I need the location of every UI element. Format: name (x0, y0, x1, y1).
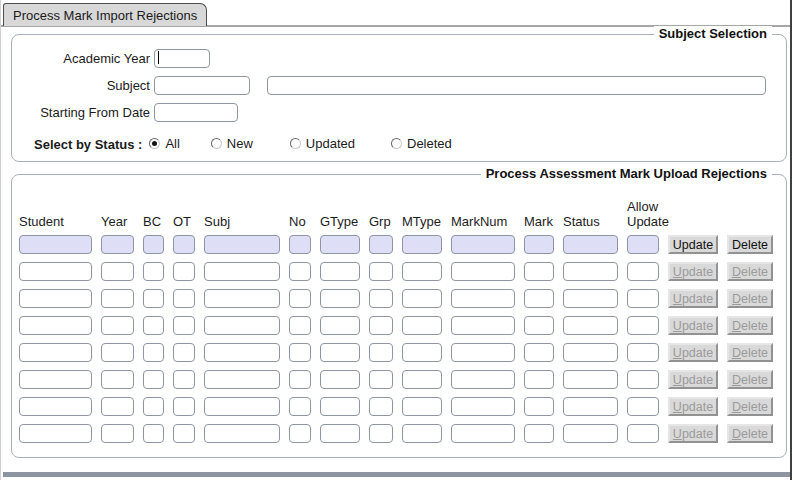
cell-bc-input[interactable] (143, 235, 164, 254)
update-button[interactable]: Update (668, 343, 718, 362)
cell-grp-input[interactable] (369, 262, 393, 281)
delete-button[interactable]: Delete (727, 343, 773, 362)
cell-status-input[interactable] (563, 343, 618, 362)
subject-description-input[interactable] (267, 76, 766, 95)
cell-mtype-input[interactable] (402, 343, 442, 362)
cell-allow-update-input[interactable] (627, 370, 659, 389)
cell-subj-input[interactable] (204, 397, 280, 416)
cell-grp-input[interactable] (369, 424, 393, 443)
cell-no-input[interactable] (289, 289, 311, 308)
cell-mark-input[interactable] (524, 370, 554, 389)
cell-gtype-input[interactable] (320, 235, 360, 254)
cell-year-input[interactable] (101, 316, 134, 335)
cell-year-input[interactable] (101, 343, 134, 362)
cell-year-input[interactable] (101, 370, 134, 389)
tab-process-mark-import-rejections[interactable]: Process Mark Import Rejections (3, 3, 207, 26)
cell-mark-input[interactable] (524, 289, 554, 308)
cell-year-input[interactable] (101, 424, 134, 443)
cell-no-input[interactable] (289, 316, 311, 335)
cell-gtype-input[interactable] (320, 370, 360, 389)
cell-bc-input[interactable] (143, 316, 164, 335)
update-button[interactable]: Update (668, 370, 718, 389)
cell-year-input[interactable] (101, 262, 134, 281)
cell-mtype-input[interactable] (402, 235, 442, 254)
cell-ot-input[interactable] (173, 316, 195, 335)
cell-ot-input[interactable] (173, 424, 195, 443)
cell-student-input[interactable] (19, 289, 92, 308)
cell-ot-input[interactable] (173, 289, 195, 308)
cell-status-input[interactable] (563, 424, 618, 443)
cell-mtype-input[interactable] (402, 289, 442, 308)
cell-ot-input[interactable] (173, 370, 195, 389)
starting-from-date-input[interactable] (154, 103, 238, 122)
cell-mtype-input[interactable] (402, 397, 442, 416)
cell-no-input[interactable] (289, 235, 311, 254)
cell-no-input[interactable] (289, 424, 311, 443)
cell-bc-input[interactable] (143, 289, 164, 308)
cell-allow-update-input[interactable] (627, 424, 659, 443)
cell-student-input[interactable] (19, 370, 92, 389)
cell-student-input[interactable] (19, 397, 92, 416)
cell-gtype-input[interactable] (320, 289, 360, 308)
cell-allow-update-input[interactable] (627, 316, 659, 335)
cell-allow-update-input[interactable] (627, 235, 659, 254)
cell-bc-input[interactable] (143, 370, 164, 389)
cell-mtype-input[interactable] (402, 316, 442, 335)
cell-grp-input[interactable] (369, 289, 393, 308)
delete-button[interactable]: Delete (727, 397, 773, 416)
cell-no-input[interactable] (289, 262, 311, 281)
delete-button[interactable]: Delete (727, 262, 773, 281)
cell-bc-input[interactable] (143, 397, 164, 416)
cell-subj-input[interactable] (204, 316, 280, 335)
cell-marknum-input[interactable] (451, 397, 515, 416)
cell-student-input[interactable] (19, 316, 92, 335)
cell-grp-input[interactable] (369, 397, 393, 416)
cell-marknum-input[interactable] (451, 316, 515, 335)
cell-allow-update-input[interactable] (627, 397, 659, 416)
delete-button[interactable]: Delete (727, 235, 773, 254)
delete-button[interactable]: Delete (727, 316, 773, 335)
cell-gtype-input[interactable] (320, 343, 360, 362)
update-button[interactable]: Update (668, 235, 718, 254)
cell-grp-input[interactable] (369, 343, 393, 362)
update-button[interactable]: Update (668, 424, 718, 443)
cell-no-input[interactable] (289, 343, 311, 362)
cell-student-input[interactable] (19, 343, 92, 362)
status-radio-deleted[interactable]: Deleted (391, 136, 452, 151)
cell-allow-update-input[interactable] (627, 289, 659, 308)
cell-status-input[interactable] (563, 262, 618, 281)
cell-gtype-input[interactable] (320, 316, 360, 335)
cell-grp-input[interactable] (369, 370, 393, 389)
cell-status-input[interactable] (563, 316, 618, 335)
cell-subj-input[interactable] (204, 289, 280, 308)
status-radio-new[interactable]: New (211, 136, 253, 151)
cell-marknum-input[interactable] (451, 289, 515, 308)
cell-marknum-input[interactable] (451, 343, 515, 362)
cell-student-input[interactable] (19, 424, 92, 443)
cell-marknum-input[interactable] (451, 262, 515, 281)
delete-button[interactable]: Delete (727, 424, 773, 443)
cell-bc-input[interactable] (143, 424, 164, 443)
cell-year-input[interactable] (101, 235, 134, 254)
cell-bc-input[interactable] (143, 262, 164, 281)
cell-grp-input[interactable] (369, 316, 393, 335)
cell-subj-input[interactable] (204, 235, 280, 254)
cell-year-input[interactable] (101, 397, 134, 416)
cell-student-input[interactable] (19, 262, 92, 281)
cell-mark-input[interactable] (524, 397, 554, 416)
cell-allow-update-input[interactable] (627, 343, 659, 362)
cell-ot-input[interactable] (173, 397, 195, 416)
cell-allow-update-input[interactable] (627, 262, 659, 281)
update-button[interactable]: Update (668, 262, 718, 281)
cell-subj-input[interactable] (204, 343, 280, 362)
delete-button[interactable]: Delete (727, 289, 773, 308)
status-radio-updated[interactable]: Updated (290, 136, 355, 151)
cell-ot-input[interactable] (173, 343, 195, 362)
status-radio-all[interactable]: All (149, 136, 179, 151)
cell-bc-input[interactable] (143, 343, 164, 362)
cell-marknum-input[interactable] (451, 235, 515, 254)
update-button[interactable]: Update (668, 397, 718, 416)
cell-status-input[interactable] (563, 289, 618, 308)
cell-subj-input[interactable] (204, 262, 280, 281)
academic-year-input[interactable] (154, 49, 210, 68)
